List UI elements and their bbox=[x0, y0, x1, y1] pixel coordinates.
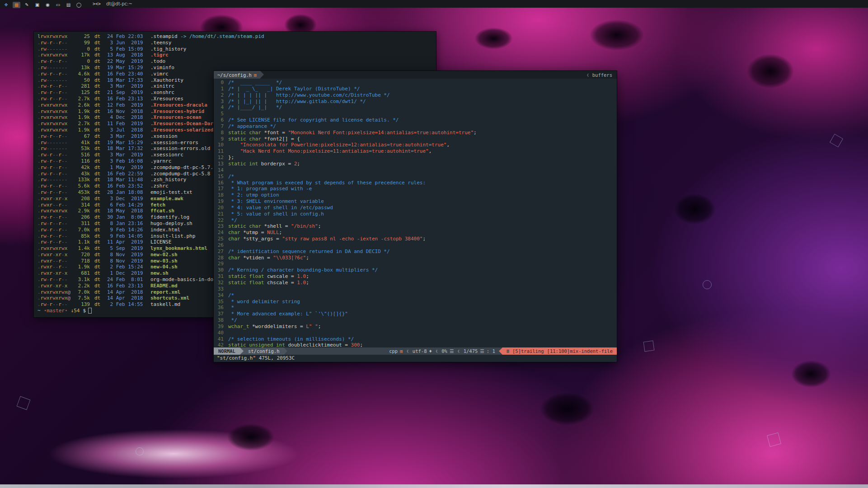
code-line: 5 bbox=[214, 111, 617, 117]
wallpaper-blob bbox=[583, 16, 651, 54]
active-window-title: dt@dt-pc:~ bbox=[106, 1, 132, 6]
code-line: 37 * More advanced example: L" `'\"()[]{… bbox=[214, 311, 617, 317]
mixed-indent-warning: [11:100]mix-indent-file bbox=[547, 348, 613, 354]
vim-editor-window[interactable]: ~/s/config.h ⊞ ❮ buffers 0/* ____ _____ … bbox=[214, 71, 617, 362]
code-line: 28char *vtiden = "\\033[?6c"; bbox=[214, 255, 617, 261]
fish-shell-indicator: ><> bbox=[93, 1, 101, 6]
wallpaper-blob bbox=[470, 25, 517, 52]
statusline-spacer bbox=[287, 347, 385, 355]
powerline-arrow-icon bbox=[284, 347, 287, 355]
code-area[interactable]: 0/* ____ _____ */1/* | _ \_ _| Derek Tay… bbox=[214, 79, 617, 347]
buffers-label[interactable]: buffers bbox=[589, 71, 617, 79]
list-icon: ☰ bbox=[480, 348, 484, 354]
encoding-segment: utf-8 ♦ bbox=[409, 347, 436, 355]
browser-icon[interactable]: ◯ bbox=[75, 2, 83, 8]
code-line: 24char *utmp = NULL; bbox=[214, 230, 617, 236]
terminal-cursor bbox=[88, 308, 92, 314]
file-row: .rw-------0dt 5 Feb 15:09.tig_history bbox=[38, 46, 432, 52]
code-line: 20 * 4: value of shell in /etc/passwd bbox=[214, 205, 617, 211]
code-line: 29 bbox=[214, 261, 617, 267]
code-line: 13static int borderpx = 2; bbox=[214, 161, 617, 167]
code-line: 4/* |____/ |_| */ bbox=[214, 104, 617, 111]
file-row: .rw-------13kdt19 Mar 15:29.viminfo bbox=[38, 65, 432, 71]
vim-tabline: ~/s/config.h ⊞ ❮ buffers bbox=[214, 71, 617, 79]
code-line: 31static float cwscale = 1.0; bbox=[214, 273, 617, 280]
code-line: 6/* See LICENSE file for copyright and l… bbox=[214, 117, 617, 123]
code-line: 42static unsigned int doubleclicktimeout… bbox=[214, 342, 617, 347]
display-icon[interactable]: ▭ bbox=[54, 2, 62, 8]
code-line: 16 * What program is execed by st depend… bbox=[214, 180, 617, 186]
prompt-symbol: $ bbox=[83, 308, 86, 314]
encoding-label: utf-8 bbox=[413, 348, 427, 354]
code-line: 35 * word delimiter string bbox=[214, 299, 617, 305]
wallpaper-doodle bbox=[643, 341, 655, 352]
code-line: 10 "Inconsolata for Powerline:pixelsize=… bbox=[214, 142, 617, 148]
wallpaper-blob bbox=[533, 389, 601, 429]
code-line: 25char *stty_args = "stty raw pass8 nl -… bbox=[214, 236, 617, 242]
buffer-tab-label: ~/s/config.h bbox=[217, 72, 252, 78]
code-line: 22 */ bbox=[214, 217, 617, 224]
code-line: 38 */ bbox=[214, 317, 617, 324]
apps-grid-icon[interactable]: ▦ bbox=[13, 2, 20, 8]
image-viewer-icon[interactable]: ▣ bbox=[33, 2, 41, 8]
warning-icon: ≣ bbox=[507, 348, 509, 354]
filetype-segment: cpp ⊞ bbox=[385, 347, 406, 355]
prompt-path: ~ bbox=[38, 308, 41, 314]
edit-pencil-icon[interactable]: ✎ bbox=[23, 2, 31, 8]
cursor-position-segment: 1/475 ☰ : 1 bbox=[460, 347, 499, 355]
scroll-percent-segment: 0% ☰ bbox=[438, 347, 457, 355]
file-row: .rwxrwxrwx17kdt13 Aug 2018.tigrc bbox=[38, 52, 432, 58]
modified-icon: ⊞ bbox=[400, 348, 403, 354]
statusline-filename: st/config.h bbox=[244, 347, 284, 355]
file-row: .rw-r--r--99dt 3 Jun 2019.teensy bbox=[38, 40, 432, 46]
powerline-arrow-icon bbox=[240, 347, 244, 355]
code-line: 14 bbox=[214, 167, 617, 174]
bottom-dock-strip bbox=[0, 484, 868, 488]
code-line: 27/* identification sequence returned in… bbox=[214, 249, 617, 255]
code-line: 8static char *font = "Mononoki Nerd Font… bbox=[214, 130, 617, 136]
video-camera-icon[interactable]: ◉ bbox=[44, 2, 52, 8]
wallpaper-doodle bbox=[136, 447, 144, 455]
launcher-icon[interactable]: ❖ bbox=[2, 2, 10, 8]
code-line: 39wchar_t *worddelimiters = L" "; bbox=[214, 324, 617, 330]
line-position: 1/475 bbox=[464, 348, 478, 354]
prompt-git-branch: ⋆master⋆ bbox=[44, 308, 68, 314]
whitespace-warning-segment: ≣ [5]trailing [11:100]mix-indent-file bbox=[502, 347, 617, 355]
wallpaper-blob bbox=[221, 420, 280, 454]
column-position: : 1 bbox=[487, 348, 495, 354]
wallpaper-blob bbox=[669, 190, 721, 228]
vim-command-line: "st/config.h" 475L, 20953C bbox=[214, 355, 617, 362]
code-line: 11 "Hack Nerd Font Mono:pixelsize=11:ant… bbox=[214, 148, 617, 155]
code-line: 12}; bbox=[214, 155, 617, 161]
code-line: 40 bbox=[214, 330, 617, 336]
code-line: 41/* selection timeouts (in milliseconds… bbox=[214, 336, 617, 343]
code-line: 7/* appearance */ bbox=[214, 123, 617, 130]
trailing-whitespace-warning: [5]trailing bbox=[512, 348, 544, 354]
code-line: 34/* bbox=[214, 292, 617, 299]
scroll-percent: 0% bbox=[441, 348, 447, 354]
code-line: 2/* | | | || | http://www.youtube.com/c/… bbox=[214, 92, 617, 99]
powerline-arrow-icon bbox=[260, 71, 264, 78]
wallpaper-blob bbox=[741, 50, 800, 93]
code-line: 26 bbox=[214, 242, 617, 249]
code-line: 1/* | _ \_ _| Derek Taylor (DistroTube) … bbox=[214, 86, 617, 92]
buffer-tab[interactable]: ~/s/config.h ⊞ bbox=[214, 71, 260, 79]
code-line: 0/* ____ _____ */ bbox=[214, 80, 617, 86]
list-icon: ☰ bbox=[450, 348, 454, 354]
taskbar: ❖▦✎▣◉▭▤◯ ><> dt@dt-pc:~ bbox=[0, 0, 868, 8]
file-manager-icon[interactable]: ▤ bbox=[65, 2, 72, 8]
filetype-label: cpp bbox=[389, 348, 398, 354]
wallpaper-blob bbox=[786, 357, 836, 391]
code-line: 32static float chscale = 1.0; bbox=[214, 280, 617, 286]
code-line: 23static char *shell = "/bin/sh"; bbox=[214, 223, 617, 230]
taskbar-icons: ❖▦✎▣◉▭▤◯ bbox=[2, 0, 85, 8]
code-line: 33 bbox=[214, 286, 617, 292]
file-row: lrwxrwxrwx25dt24 Feb 22:03.steampid -> /… bbox=[38, 33, 432, 40]
encoding-icon: ♦ bbox=[429, 348, 432, 354]
file-row: .rw-r--r--0dt22 May 2019.todo bbox=[38, 58, 432, 65]
prompt-behind-count: ↓54 bbox=[71, 308, 80, 314]
code-line: 19 * 3: SHELL environment variable bbox=[214, 198, 617, 205]
code-line: 17 * 1: program passed with -e bbox=[214, 186, 617, 192]
code-line: 30/* Kerning / character bounding-box mu… bbox=[214, 267, 617, 273]
modified-icon: ⊞ bbox=[254, 72, 257, 78]
